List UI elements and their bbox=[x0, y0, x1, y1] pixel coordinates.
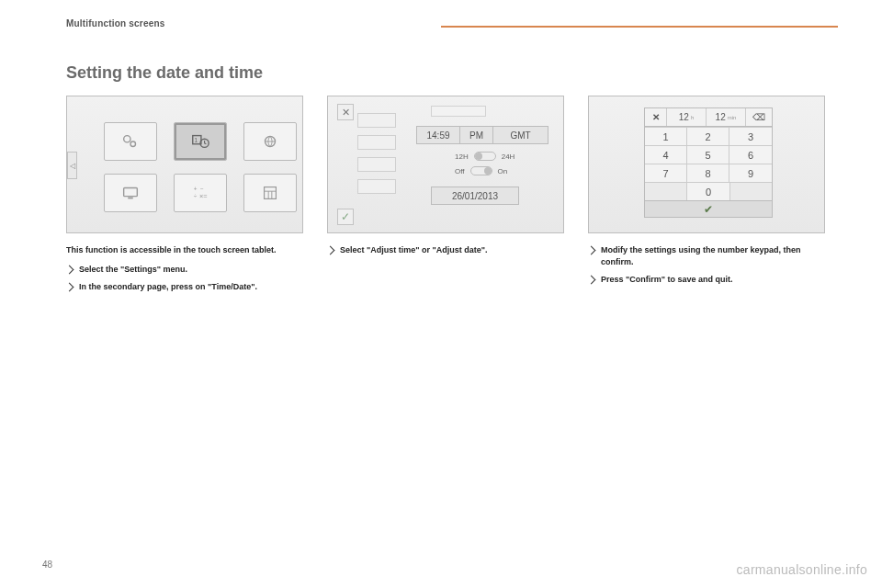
sync-on-label: On bbox=[498, 167, 508, 175]
key-4[interactable]: 4 bbox=[645, 145, 687, 164]
hours-unit: h bbox=[689, 115, 694, 120]
timezone-button[interactable]: GMT bbox=[493, 126, 548, 144]
screenshot-settings-menu: ◁ 1 +−÷×= bbox=[66, 96, 303, 233]
svg-point-1 bbox=[130, 141, 136, 147]
time-row: 14:59 PM GMT bbox=[416, 126, 548, 144]
ampm-button[interactable]: PM bbox=[460, 126, 493, 144]
keypad-blank-left bbox=[645, 183, 687, 200]
caption-3: Modify the settings using the number key… bbox=[588, 244, 825, 286]
caption-3-bullet-2: Press "Confirm" to save and quit. bbox=[588, 274, 825, 286]
svg-rect-6 bbox=[124, 188, 138, 197]
caption-2-list: Select "Adjust time" or "Adjust date". bbox=[327, 244, 564, 256]
side-tab-icon[interactable]: ◁ bbox=[67, 152, 77, 179]
watermark: carmanualsonline.info bbox=[737, 562, 868, 577]
column-3: ✕ 12h 12min ⌫ 1 2 3 4 5 6 7 8 9 bbox=[588, 96, 825, 299]
caption-2-bullet-1: Select "Adjust time" or "Adjust date". bbox=[327, 244, 564, 256]
backspace-button[interactable]: ⌫ bbox=[746, 108, 772, 126]
sync-toggle-row: Off On bbox=[455, 166, 507, 175]
svg-rect-7 bbox=[128, 198, 133, 199]
svg-text:÷: ÷ bbox=[194, 193, 198, 199]
keypad-bottom-row: 0 bbox=[645, 182, 772, 200]
date-value-button[interactable]: 26/01/2013 bbox=[431, 187, 519, 205]
tile-time-date-icon[interactable]: 1 bbox=[174, 122, 227, 161]
caption-1: This function is accessible in the touch… bbox=[66, 244, 303, 293]
caption-1-lead: This function is accessible in the touch… bbox=[66, 244, 303, 256]
side-menu-item[interactable] bbox=[357, 157, 396, 172]
tile-languages-icon[interactable] bbox=[243, 122, 297, 161]
side-menu-item[interactable] bbox=[357, 135, 396, 150]
tile-units-icon[interactable]: +−÷×= bbox=[174, 174, 227, 212]
sync-toggle[interactable] bbox=[470, 166, 492, 175]
side-menu-item[interactable] bbox=[357, 179, 396, 194]
hours-display: 12h bbox=[667, 108, 707, 126]
header-rule bbox=[441, 26, 838, 28]
side-menu-item[interactable] bbox=[357, 113, 396, 128]
panel-title-placeholder bbox=[431, 106, 486, 117]
content-columns: ◁ 1 +−÷×= This function is accessible in… bbox=[66, 96, 838, 299]
page-title: Setting the date and time bbox=[66, 63, 838, 83]
tile-calculator-icon[interactable] bbox=[243, 174, 297, 212]
close-button[interactable]: ✕ bbox=[337, 104, 354, 120]
sync-off-label: Off bbox=[455, 167, 465, 175]
key-7[interactable]: 7 bbox=[645, 164, 687, 182]
caption-2: Select "Adjust time" or "Adjust date". bbox=[327, 244, 564, 256]
svg-rect-12 bbox=[265, 187, 277, 199]
keypad-close-button[interactable]: ✕ bbox=[645, 108, 667, 126]
caption-1-bullet-2: In the secondary page, press on "Time/Da… bbox=[66, 281, 303, 293]
format-toggle-row: 12H 24H bbox=[455, 152, 514, 161]
caption-1-list: Select the "Settings" menu. In the secon… bbox=[66, 264, 303, 293]
key-9[interactable]: 9 bbox=[729, 164, 772, 182]
screenshot-time-date-page: ✕ ✓ 14:59 PM GMT 12H 24H bbox=[327, 96, 564, 233]
key-2[interactable]: 2 bbox=[687, 127, 729, 145]
screenshot-keypad: ✕ 12h 12min ⌫ 1 2 3 4 5 6 7 8 9 bbox=[588, 96, 825, 233]
minutes-value: 12 bbox=[716, 112, 726, 122]
tile-gears-icon[interactable] bbox=[104, 122, 157, 161]
caption-3-list: Modify the settings using the number key… bbox=[588, 244, 825, 286]
svg-text:+: + bbox=[194, 186, 198, 192]
svg-text:1: 1 bbox=[195, 137, 198, 143]
minutes-unit: min bbox=[726, 115, 737, 120]
format-toggle[interactable] bbox=[474, 152, 496, 161]
hours-value: 12 bbox=[679, 112, 689, 122]
settings-icon-grid: 1 +−÷×= bbox=[104, 122, 288, 212]
side-menu bbox=[357, 113, 396, 194]
confirm-button[interactable]: ✓ bbox=[337, 209, 354, 225]
tile-screen-icon[interactable] bbox=[104, 174, 157, 212]
page-number: 48 bbox=[42, 560, 52, 570]
key-6[interactable]: 6 bbox=[729, 145, 772, 164]
keypad-digits: 1 2 3 4 5 6 7 8 9 bbox=[645, 127, 772, 182]
svg-point-0 bbox=[124, 136, 130, 142]
key-3[interactable]: 3 bbox=[729, 127, 772, 145]
keypad-blank-right bbox=[730, 183, 772, 200]
svg-text:×=: ×= bbox=[199, 192, 208, 200]
key-0[interactable]: 0 bbox=[687, 183, 729, 200]
svg-text:−: − bbox=[200, 186, 204, 192]
format-24h-label: 24H bbox=[502, 153, 515, 161]
manual-page: Multifunction screens Setting the date a… bbox=[0, 0, 882, 588]
column-2: ✕ ✓ 14:59 PM GMT 12H 24H bbox=[327, 96, 564, 299]
caption-3-bullet-1: Modify the settings using the number key… bbox=[588, 244, 825, 268]
caption-1-bullet-1: Select the "Settings" menu. bbox=[66, 264, 303, 276]
keypad-confirm-button[interactable]: ✔ bbox=[645, 200, 772, 217]
key-1[interactable]: 1 bbox=[645, 127, 687, 145]
number-keypad: ✕ 12h 12min ⌫ 1 2 3 4 5 6 7 8 9 bbox=[644, 107, 773, 218]
time-value-button[interactable]: 14:59 bbox=[416, 126, 460, 144]
key-8[interactable]: 8 bbox=[687, 164, 729, 182]
column-1: ◁ 1 +−÷×= This function is accessible in… bbox=[66, 96, 303, 299]
keypad-top-row: ✕ 12h 12min ⌫ bbox=[645, 108, 772, 127]
minutes-display: 12min bbox=[707, 108, 746, 126]
key-5[interactable]: 5 bbox=[687, 145, 729, 164]
format-12h-label: 12H bbox=[455, 153, 469, 161]
